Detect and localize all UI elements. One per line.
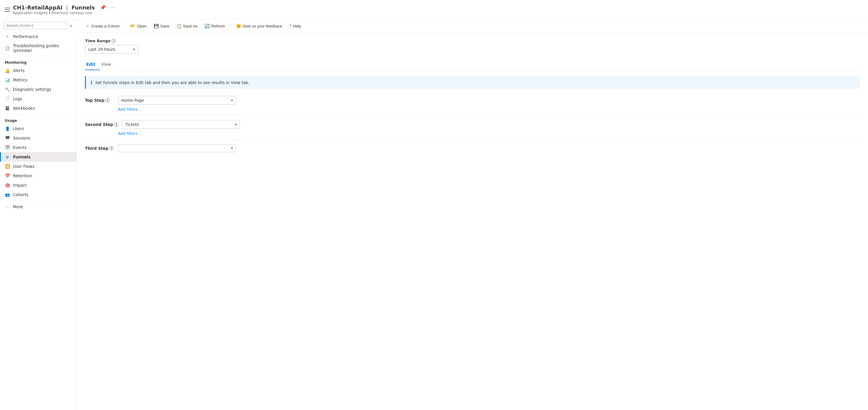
nav-divider-usage [5, 114, 72, 115]
create-cohort-icon: ＋ [86, 23, 90, 29]
diagnostic-icon: 🔧 [5, 87, 10, 92]
save-button[interactable]: 💾 Save [151, 22, 172, 30]
top-step-chevron-icon: ▾ [231, 98, 233, 102]
sidebar-item-sessions[interactable]: 🖥️ Sessions [0, 133, 76, 143]
sidebar-item-metrics[interactable]: 📊 Metrics [0, 75, 76, 85]
content-area: ＋ Create a Cohort 📂 Open 💾 Save 📋 Save A… [77, 20, 868, 410]
third-step-info-icon[interactable]: i [110, 146, 114, 151]
nav-divider-monitoring [5, 56, 72, 56]
time-range-section: Time Range i Last 24 hours ▾ [85, 39, 860, 54]
sidebar-item-label: Sessions [13, 136, 30, 140]
tab-view[interactable]: View [100, 60, 116, 70]
top-step-label: Top Step i [85, 98, 115, 103]
open-button[interactable]: 📂 Open [127, 22, 150, 30]
sidebar-item-label: Logs [13, 96, 22, 101]
second-step-dropdown[interactable]: Tickets ▾ [122, 120, 240, 129]
top-header: CH1-RetailAppAI | Funnels 📌 ··· Applicat… [0, 0, 868, 20]
sidebar-item-funnels[interactable]: ≡ Funnels [0, 152, 76, 162]
sidebar-item-label: Metrics [13, 77, 27, 82]
sidebar-item-more[interactable]: ··· More [0, 202, 76, 212]
service-name: Application Insights [13, 11, 48, 15]
logs-icon: 📄 [5, 96, 10, 101]
feedback-icon: 😊 [236, 24, 241, 28]
feedback-button[interactable]: 😊 Give us your feedback [233, 22, 285, 30]
top-step-info-icon[interactable]: i [105, 98, 110, 102]
app-name: CH1-RetailAppAI [13, 4, 63, 11]
second-step-info-icon[interactable]: i [114, 122, 118, 127]
sidebar-item-label: Events [13, 145, 27, 150]
time-range-info-icon[interactable]: i [112, 39, 116, 43]
title-separator: | [66, 4, 68, 11]
collapse-sidebar-button[interactable]: « [69, 23, 73, 29]
create-cohort-button[interactable]: ＋ Create a Cohort [83, 22, 122, 30]
toolbar: ＋ Create a Cohort 📂 Open 💾 Save 📋 Save A… [77, 20, 868, 33]
retention-icon: 📅 [5, 173, 10, 179]
sidebar-item-label: User Flows [13, 164, 34, 169]
top-step-add-filters[interactable]: Add filters [118, 107, 860, 112]
save-icon: 💾 [154, 24, 159, 28]
second-step-value: Tickets [125, 122, 139, 127]
sidebar-item-impact[interactable]: 🎯 Impact [0, 181, 76, 190]
sidebar-item-workbooks[interactable]: 📓 Workbooks [0, 103, 76, 113]
step-divider-2 [85, 139, 860, 139]
sidebar-item-diagnostic[interactable]: 🔧 Diagnostic settings [0, 85, 76, 94]
time-range-label: Time Range i [85, 39, 860, 43]
page-name: Funnels [71, 4, 95, 11]
top-step-dropdown[interactable]: Home Page ▾ [118, 96, 236, 105]
hamburger-menu[interactable] [5, 8, 10, 12]
search-bar: « [0, 20, 76, 32]
nav-divider-bottom [5, 200, 72, 201]
second-step-section: Second Step i Tickets ▾ Add filters [85, 120, 860, 139]
sidebar-item-alerts[interactable]: 🔔 Alerts [0, 66, 76, 75]
refresh-label: Refresh [211, 24, 225, 28]
sidebar-item-label: Cohorts [13, 192, 28, 197]
top-step-row: Top Step i Home Page ▾ [85, 96, 860, 105]
save-as-label: Save As [183, 24, 198, 28]
second-step-row: Second Step i Tickets ▾ [85, 120, 860, 129]
third-step-dropdown[interactable]: ▾ [118, 144, 236, 152]
alerts-icon: 🔔 [5, 68, 10, 73]
sidebar-item-users[interactable]: 👤 Users [0, 124, 76, 133]
sessions-icon: 🖥️ [5, 135, 10, 141]
title-actions: 📌 ··· [99, 4, 116, 11]
sidebar-item-performance[interactable]: ⚡ Performance [0, 32, 76, 41]
metrics-icon: 📊 [5, 77, 10, 83]
time-range-value: Last 24 hours [88, 47, 115, 52]
tab-edit[interactable]: Edit [85, 60, 100, 70]
help-button[interactable]: ? Help [286, 22, 304, 30]
page-content: Time Range i Last 24 hours ▾ Edit View [77, 33, 868, 410]
second-step-add-filters[interactable]: Add filters [118, 131, 860, 136]
sidebar-item-label: Performance [13, 34, 38, 39]
third-step-chevron-icon: ▾ [231, 146, 233, 150]
sidebar-item-label: Impact [13, 183, 27, 188]
search-input[interactable] [4, 22, 67, 29]
sidebar-item-userflows[interactable]: 🔀 User Flows [0, 162, 76, 171]
userflows-icon: 🔀 [5, 164, 10, 169]
funnels-icon: ≡ [5, 154, 10, 160]
sidebar-item-label: Retention [13, 174, 32, 178]
info-box-icon: ℹ [91, 80, 92, 85]
tabs-bar: Edit View [85, 60, 860, 70]
more-options-button[interactable]: ··· [110, 4, 116, 11]
save-as-icon: 📋 [177, 24, 181, 28]
users-icon: 👤 [5, 126, 10, 131]
time-range-dropdown[interactable]: Last 24 hours ▾ [85, 45, 138, 54]
refresh-button[interactable]: 🔄 Refresh [202, 22, 228, 30]
save-as-button[interactable]: 📋 Save As [174, 22, 200, 30]
section-label-usage: Usage [0, 116, 76, 124]
sidebar-item-events[interactable]: 🗓️ Events [0, 143, 76, 152]
pin-button[interactable]: 📌 [99, 4, 107, 11]
workbooks-icon: 📓 [5, 105, 10, 111]
sidebar-item-logs[interactable]: 📄 Logs [0, 94, 76, 103]
save-label: Save [160, 24, 169, 28]
second-step-chevron-icon: ▾ [235, 123, 237, 127]
second-step-label: Second Step i [85, 122, 118, 127]
third-step-label: Third Step i [85, 146, 115, 151]
top-step-section: Top Step i Home Page ▾ Add filters [85, 96, 860, 115]
app-subtitle: Application Insights ℹ Directory: contos… [13, 11, 116, 15]
sidebar-item-troubleshooting[interactable]: 📋 Troubleshooting guides (preview) [0, 41, 76, 55]
sidebar-item-cohorts[interactable]: 👥 Cohorts [0, 190, 76, 199]
sidebar-item-label: Alerts [13, 68, 25, 73]
sidebar-item-retention[interactable]: 📅 Retention [0, 171, 76, 181]
sidebar: « ⚡ Performance 📋 Troubleshooting guides… [0, 20, 77, 410]
